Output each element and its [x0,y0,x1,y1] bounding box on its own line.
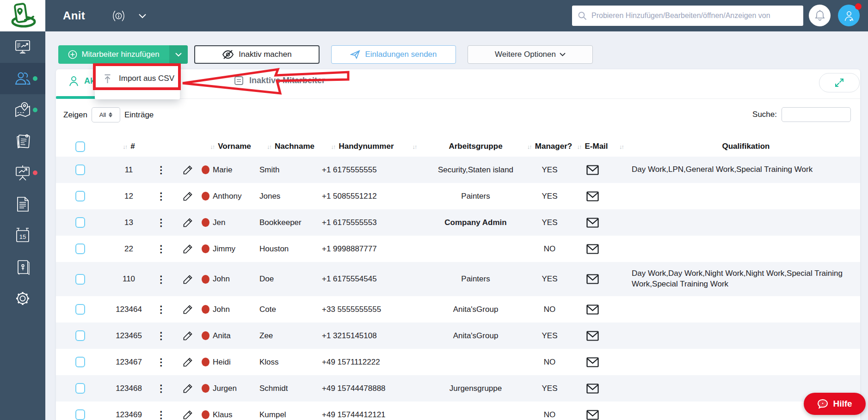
row-actions-menu-icon[interactable]: ⋮ [156,244,166,254]
vorname-cell: Jurgen [202,384,259,393]
edit-pencil-icon[interactable] [183,330,193,341]
edit-pencil-icon[interactable] [183,191,193,201]
vorname-cell: Anita [202,331,259,341]
header-id[interactable]: ↓↑# [109,142,148,151]
row-actions-menu-icon[interactable]: ⋮ [156,331,166,341]
row-actions-menu-icon[interactable]: ⋮ [156,218,166,227]
workgroup-cell: Painters [426,192,525,201]
row-checkbox[interactable] [75,409,85,420]
handbook-icon [15,259,30,275]
edit-pencil-icon[interactable] [183,383,193,394]
email-envelope-icon[interactable] [586,304,599,315]
row-actions-menu-icon[interactable]: ⋮ [156,383,166,393]
select-all-checkbox[interactable] [75,141,85,152]
search-input[interactable] [591,12,798,20]
row-checkbox[interactable] [75,330,85,341]
email-envelope-icon[interactable] [586,357,599,367]
row-actions-menu-icon[interactable]: ⋮ [156,274,166,284]
expand-button[interactable] [819,73,860,92]
nachname-cell: Kloss [259,358,322,367]
email-envelope-icon[interactable] [586,274,599,284]
make-inactive-label: Inaktiv machen [239,50,291,59]
table-row: 123468 ⋮ Jurgen Schmidt +49 15744478888 … [56,375,860,402]
more-options-button[interactable]: Weitere Optionen [468,45,593,64]
sidebar-item-reports[interactable] [0,157,45,189]
edit-pencil-icon[interactable] [183,217,193,228]
edit-pencil-icon[interactable] [183,274,193,285]
email-envelope-icon[interactable] [586,165,599,175]
tab-inactive-employees[interactable]: Inaktive Mitarbeiter [234,76,325,85]
email-envelope-icon[interactable] [586,244,599,254]
header-vorname[interactable]: ↓↑Vorname [202,142,259,151]
email-envelope-icon[interactable] [586,331,599,341]
edit-pencil-icon[interactable] [183,409,193,420]
language-icon[interactable] [112,10,125,22]
edit-pencil-icon[interactable] [183,164,193,175]
sidebar-item-map[interactable] [0,94,45,126]
sidebar-item-notes[interactable] [0,126,45,157]
manager-cell: NO [525,358,574,367]
email-envelope-icon[interactable] [586,410,599,420]
app-logo[interactable] [0,0,45,31]
import-csv-menu-item[interactable]: Import aus CSV [95,74,174,84]
phone-cell: +1 3215145108 [322,331,403,341]
edit-pencil-icon[interactable] [183,304,193,315]
sort-icon[interactable]: ↓↑ [619,143,623,150]
page-title: Anit [63,0,85,31]
email-envelope-icon[interactable] [586,191,599,201]
show-label: Zeigen [63,110,87,120]
send-invitations-button[interactable]: Einladungen senden [331,45,456,64]
sidebar-item-dashboard[interactable] [0,31,45,63]
sidebar-item-settings[interactable] [0,283,45,314]
sidebar-item-calendar[interactable]: 15 [0,220,45,251]
row-checkbox[interactable] [75,357,85,367]
presentation-chart-icon [14,164,31,181]
header-manager[interactable]: ↓↑Manager? [525,142,574,151]
sidebar-item-handbook[interactable] [0,251,45,283]
row-checkbox[interactable] [75,383,85,394]
vorname-cell: Jen [202,218,259,227]
employee-id: 123468 [109,384,148,393]
notifications-button[interactable] [809,5,831,26]
table-row: 123464 ⋮ John Cote +33 5555555555 Anita'… [56,296,860,323]
row-checkbox[interactable] [75,304,85,315]
row-checkbox[interactable] [75,274,85,285]
page-size-select[interactable]: All [92,107,120,122]
row-checkbox[interactable] [75,191,85,201]
add-employee-dropdown-toggle[interactable] [169,45,188,64]
edit-pencil-icon[interactable] [183,357,193,367]
header-handynummer[interactable]: ↓↑Handynummer [322,142,403,151]
chevron-down-icon[interactable] [139,14,146,18]
edit-pencil-icon[interactable] [183,243,193,254]
row-checkbox[interactable] [75,164,85,175]
sidebar-item-employees[interactable] [0,63,45,94]
table-row: 110 ⋮ John Doe +1 6175554545 Painters YE… [56,262,860,296]
sort-icon: ↓↑ [210,143,214,150]
phone-cell: +1 6175555553 [322,218,403,227]
table-search-input[interactable] [782,107,851,122]
header-nachname[interactable]: ↓↑Nachname [259,142,322,151]
manager-cell: YES [525,192,574,201]
row-actions-menu-icon[interactable]: ⋮ [156,191,166,201]
row-actions-menu-icon[interactable]: ⋮ [156,357,166,367]
employee-id: 12 [109,192,148,201]
row-checkbox[interactable] [75,217,85,228]
header-email[interactable]: ↓↑E-Mail [574,142,611,151]
vorname-cell: Marie [202,165,259,175]
help-button[interactable]: Hilfe [804,393,866,415]
row-actions-menu-icon[interactable]: ⋮ [156,410,166,420]
email-envelope-icon[interactable] [586,218,599,228]
row-actions-menu-icon[interactable]: ⋮ [156,304,166,314]
row-checkbox[interactable] [75,243,85,254]
row-actions-menu-icon[interactable]: ⋮ [156,165,166,175]
sidebar-item-documents[interactable] [0,189,45,220]
email-envelope-icon[interactable] [586,383,599,394]
sidebar-nav: 15 [0,31,45,420]
sort-icon: ↓↑ [577,143,581,150]
add-employee-button[interactable]: Mitarbeiter hinzufügen [58,45,188,64]
sort-icon[interactable]: ↓↑ [412,143,417,150]
employee-id: 110 [109,274,148,284]
make-inactive-button[interactable]: Inaktiv machen [194,45,320,64]
nachname-cell: Zee [259,331,322,341]
manager-cell: YES [525,218,574,227]
